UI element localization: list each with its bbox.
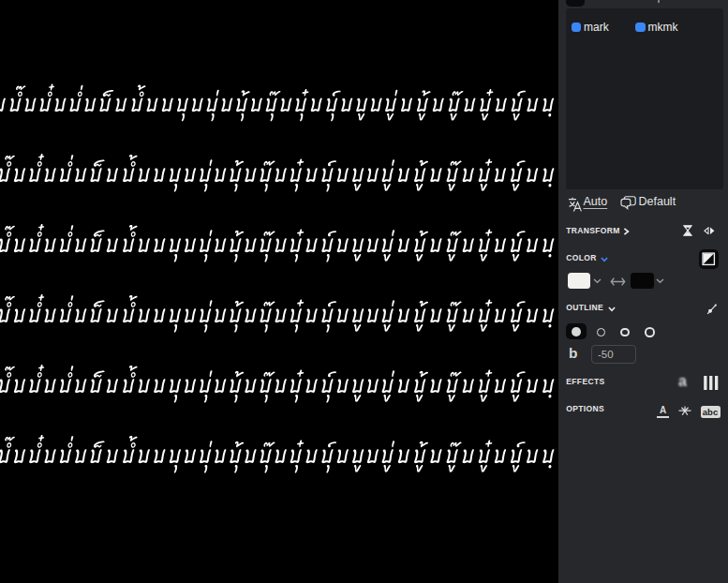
effects-header[interactable]: EFFECTS <box>566 378 604 386</box>
shaper-icon <box>620 196 636 210</box>
proof-text-row <box>0 154 554 192</box>
abc-option-icon[interactable]: abc <box>701 406 721 418</box>
chevron-down-icon-blue <box>601 257 608 262</box>
language-auto[interactable]: Auto <box>584 196 608 208</box>
options-title: OPTIONS <box>566 405 604 413</box>
checkbox-mkmk[interactable] <box>635 22 646 33</box>
flip-horizontal-icon[interactable] <box>704 227 715 235</box>
stripes-effect-icon[interactable] <box>704 376 719 390</box>
thai-proof-text <box>0 0 558 583</box>
underline-option-icon[interactable]: A <box>657 405 669 415</box>
feature-item-mark[interactable]: mark <box>572 22 609 33</box>
sidebar-panel: mark mkmk Auto Default TRANSFORM COLOR <box>558 0 728 583</box>
proof-text-row <box>0 435 554 473</box>
proof-text-row <box>0 294 554 333</box>
outline-style-thin[interactable] <box>597 328 605 336</box>
node-tool-icon[interactable] <box>706 304 717 315</box>
features-list: mark mkmk <box>566 8 723 189</box>
language-icon <box>568 197 582 212</box>
proof-text-row <box>0 224 554 262</box>
feature-label-mark: mark <box>584 22 609 33</box>
anchor-option-icon[interactable] <box>678 406 691 416</box>
proof-text-row <box>0 365 554 403</box>
outline-style-thick[interactable] <box>645 327 654 336</box>
transform-header[interactable]: TRANSFORM <box>566 227 619 235</box>
transform-title: TRANSFORM <box>566 227 619 235</box>
options-header[interactable]: OPTIONS <box>566 405 604 413</box>
foreground-swatch[interactable] <box>568 273 591 288</box>
outline-style-medium[interactable] <box>620 328 630 337</box>
outline-style-filled[interactable] <box>566 323 586 339</box>
chevron-down-icon <box>608 306 616 312</box>
flip-vertical-icon[interactable] <box>683 225 692 236</box>
scroll-indicator <box>658 0 660 3</box>
proof-canvas[interactable] <box>0 0 558 583</box>
chevron-right-icon <box>622 228 631 235</box>
app-window: mark mkmk Auto Default TRANSFORM COLOR <box>0 0 728 583</box>
color-title: COLOR <box>566 254 596 262</box>
swap-colors-icon[interactable] <box>610 277 626 287</box>
top-pill-button[interactable] <box>566 0 585 7</box>
filled-circle-icon <box>572 327 581 336</box>
weight-label: b <box>569 346 577 362</box>
fg-swatch-chevron-icon[interactable] <box>593 278 602 284</box>
outline-header[interactable]: OUTLINE <box>566 304 603 312</box>
feature-item-mkmk[interactable]: mkmk <box>635 22 678 33</box>
color-header[interactable]: COLOR <box>566 254 596 262</box>
effects-title: EFFECTS <box>566 378 604 386</box>
background-swatch[interactable] <box>631 273 654 288</box>
blur-effect-icon[interactable]: a <box>678 374 687 389</box>
outline-title: OUTLINE <box>566 304 603 312</box>
shaper-default[interactable]: Default <box>639 196 676 208</box>
feature-label-mkmk: mkmk <box>648 22 678 33</box>
weight-input[interactable] <box>591 345 637 364</box>
proof-text-row <box>0 84 554 122</box>
invert-colors-button[interactable] <box>699 249 719 269</box>
checkbox-mark[interactable] <box>572 22 582 33</box>
bg-swatch-chevron-icon[interactable] <box>656 278 664 284</box>
